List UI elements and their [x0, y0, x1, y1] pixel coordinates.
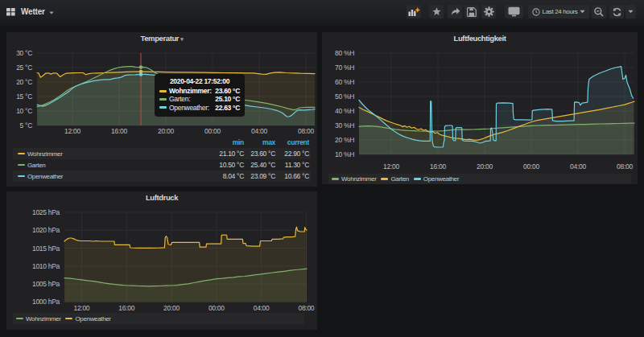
svg-text:12:00: 12:00	[64, 127, 80, 135]
svg-text:1025 hPa: 1025 hPa	[32, 208, 60, 216]
svg-text:80 %H: 80 %H	[335, 49, 354, 57]
svg-text:30 %H: 30 %H	[335, 121, 354, 129]
svg-text:20:00: 20:00	[477, 162, 493, 171]
svg-text:00:00: 00:00	[204, 127, 221, 135]
svg-text:12:00: 12:00	[383, 162, 399, 171]
svg-text:16:00: 16:00	[111, 127, 127, 135]
svg-text:1005 hPa: 1005 hPa	[32, 280, 60, 288]
svg-text:08:00: 08:00	[617, 162, 633, 171]
svg-text:20:00: 20:00	[158, 127, 174, 135]
svg-text:08:00: 08:00	[299, 304, 315, 312]
svg-text:20:00: 20:00	[163, 304, 180, 312]
svg-text:5 °C: 5 °C	[20, 121, 33, 129]
svg-text:00:00: 00:00	[208, 304, 225, 312]
svg-text:1015 hPa: 1015 hPa	[32, 245, 60, 253]
svg-text:15 °C: 15 °C	[16, 92, 32, 101]
svg-text:25 °C: 25 °C	[16, 64, 32, 72]
svg-text:16:00: 16:00	[430, 162, 446, 171]
svg-text:16:00: 16:00	[118, 304, 134, 312]
svg-text:04:00: 04:00	[251, 127, 267, 135]
svg-text:40 %H: 40 %H	[335, 107, 354, 115]
svg-text:20 °C: 20 °C	[16, 78, 32, 86]
svg-text:20 %H: 20 %H	[335, 136, 354, 144]
svg-text:30 °C: 30 °C	[16, 49, 32, 57]
svg-text:04:00: 04:00	[570, 162, 586, 171]
svg-text:00:00: 00:00	[523, 162, 539, 171]
svg-text:70 %H: 70 %H	[335, 64, 354, 72]
svg-text:1010 hPa: 1010 hPa	[32, 262, 60, 270]
svg-text:08:00: 08:00	[298, 127, 314, 135]
svg-text:60 %H: 60 %H	[335, 78, 354, 86]
svg-text:1020 hPa: 1020 hPa	[32, 226, 60, 234]
svg-text:04:00: 04:00	[254, 304, 270, 312]
svg-text:1000 hPa: 1000 hPa	[32, 298, 60, 306]
svg-text:10 %H: 10 %H	[335, 150, 354, 158]
svg-text:10 °C: 10 °C	[16, 107, 32, 115]
svg-text:12:00: 12:00	[74, 304, 90, 312]
svg-text:50 %H: 50 %H	[335, 92, 354, 101]
